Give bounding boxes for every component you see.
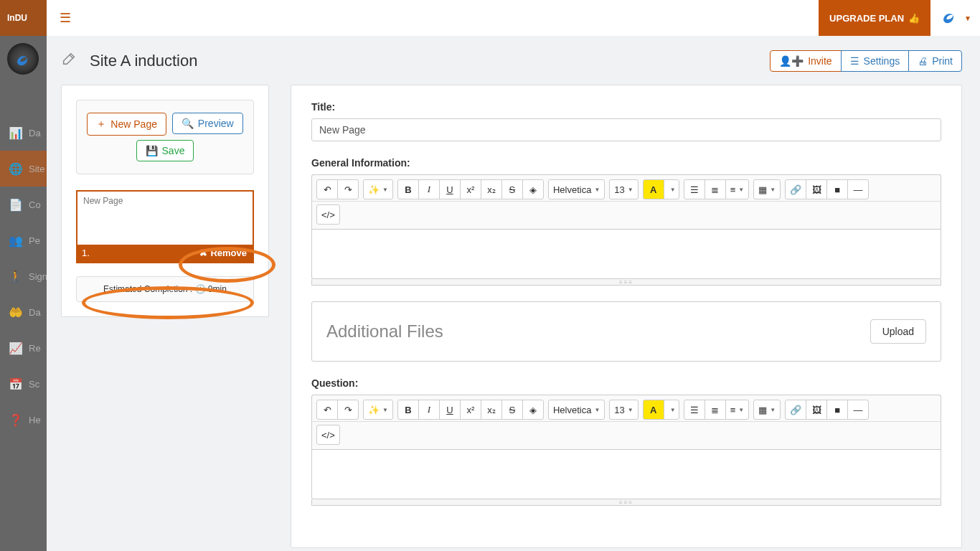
globe-icon: 🌐 — [9, 162, 22, 176]
font-size-select-q[interactable]: 13▼ — [609, 400, 638, 420]
sidebar-item-site[interactable]: 🌐Site — [0, 151, 47, 187]
code-icon: </> — [321, 430, 335, 441]
code-view-button-q[interactable]: </> — [316, 425, 340, 445]
sidebar-item-dashboard[interactable]: 📊Da — [0, 115, 47, 151]
people-icon: 👥 — [9, 234, 22, 248]
page-thumbnail-card[interactable]: New Page 1. ✖ Remove — [76, 190, 254, 263]
unordered-list-button[interactable]: ☰ — [684, 179, 705, 199]
remove-page-button[interactable]: ✖ Remove — [199, 248, 247, 258]
hr-button[interactable]: — — [847, 179, 869, 199]
undo-button-q[interactable]: ↶ — [316, 400, 338, 420]
sidebar-item-help[interactable]: ❓He — [0, 402, 47, 438]
underline-button[interactable]: U — [439, 179, 461, 199]
menu-toggle-icon[interactable]: ☰ — [60, 10, 71, 26]
table-button[interactable]: ▦▼ — [753, 179, 781, 199]
additional-files-block: Additional Files Upload — [311, 301, 941, 362]
editor-resize-grip[interactable]: ≡≡≡ — [311, 279, 941, 286]
sidebar-item-reports[interactable]: 📈Re — [0, 330, 47, 366]
redo-button-q[interactable]: ↷ — [337, 400, 359, 420]
rich-text-toolbar-general: ↶ ↷ ✨▼ B I U x² x₂ S ◈ — [311, 174, 941, 202]
table-icon: ▦ — [758, 405, 767, 415]
thumbs-up-icon: 👍 — [908, 13, 920, 24]
edit-pencil-icon[interactable] — [61, 51, 77, 71]
upload-button[interactable]: Upload — [870, 319, 926, 344]
chevron-down-icon: ▼ — [770, 187, 776, 193]
save-icon: 💾 — [146, 145, 158, 156]
hr-button-q[interactable]: — — [847, 400, 869, 420]
link-button-q[interactable]: 🔗 — [785, 400, 806, 420]
sidebar-item-data[interactable]: 🤲Da — [0, 294, 47, 330]
unordered-list-button-q[interactable]: ☰ — [684, 400, 705, 420]
save-button[interactable]: 💾 Save — [136, 140, 194, 161]
text-color-button-q[interactable]: A — [643, 400, 664, 420]
sidebar-item-people[interactable]: 👥Pe — [0, 222, 47, 258]
subscript-button-q[interactable]: x₂ — [481, 400, 502, 420]
chevron-down-icon: ▼ — [738, 407, 744, 413]
account-chevron-down-icon[interactable]: ▼ — [964, 14, 971, 22]
header-actions: 👤➕ Invite ☰ Settings 🖨 Print — [771, 50, 962, 72]
image-button-q[interactable]: 🖼 — [806, 400, 827, 420]
image-icon: 🖼 — [812, 184, 821, 195]
ordered-list-button-q[interactable]: ≣ — [705, 400, 726, 420]
superscript-button[interactable]: x² — [460, 179, 481, 199]
account-logo-icon[interactable] — [941, 9, 957, 28]
paragraph-align-button[interactable]: ≡▼ — [725, 179, 750, 199]
magic-format-button-q[interactable]: ✨▼ — [363, 400, 393, 420]
font-family-select[interactable]: Helvetica▼ — [548, 179, 605, 199]
title-input[interactable] — [311, 118, 941, 141]
superscript-button-q[interactable]: x² — [460, 400, 481, 420]
bold-button[interactable]: B — [397, 179, 419, 199]
general-info-label: General Information: — [311, 157, 941, 169]
rich-text-toolbar-question: ↶ ↷ ✨▼ B I U x² x₂ S ◈ — [311, 395, 941, 422]
sidebar-item-content[interactable]: 📄Co — [0, 187, 47, 222]
rich-text-toolbar-q-row2: </> — [311, 422, 941, 450]
video-button-q[interactable]: ■ — [826, 400, 848, 420]
est-value: 0min — [208, 284, 227, 294]
table-button-q[interactable]: ▦▼ — [753, 400, 781, 420]
print-button[interactable]: 🖨 Print — [908, 50, 962, 72]
chevron-down-icon: ▼ — [594, 187, 600, 193]
italic-button[interactable]: I — [418, 179, 440, 199]
bold-button-q[interactable]: B — [397, 400, 419, 420]
sidebar-item-schedule[interactable]: 📅Sc — [0, 366, 47, 402]
sidebar-item-sign[interactable]: 🚶Sign — [0, 258, 47, 294]
preview-button[interactable]: 🔍 Preview — [172, 113, 243, 134]
settings-button[interactable]: ☰ Settings — [841, 50, 910, 72]
general-info-editor[interactable] — [311, 230, 941, 279]
image-icon: 🖼 — [812, 405, 821, 415]
image-button[interactable]: 🖼 — [806, 179, 827, 199]
editor-resize-grip-q[interactable]: ≡≡≡ — [311, 499, 941, 506]
new-page-button[interactable]: ＋ New Page — [87, 113, 166, 136]
paragraph-align-button-q[interactable]: ≡▼ — [725, 400, 750, 420]
subscript-button[interactable]: x₂ — [481, 179, 502, 199]
question-editor[interactable] — [311, 450, 941, 499]
text-color-button[interactable]: A — [643, 179, 664, 199]
link-icon: 🔗 — [790, 405, 801, 415]
upgrade-plan-button[interactable]: UPGRADE PLAN 👍 — [819, 0, 930, 36]
magic-format-button[interactable]: ✨▼ — [363, 179, 393, 199]
clear-format-button-q[interactable]: ◈ — [522, 400, 544, 420]
font-family-select-q[interactable]: Helvetica▼ — [548, 400, 605, 420]
strikethrough-button-q[interactable]: S — [501, 400, 523, 420]
walk-icon: 🚶 — [9, 270, 22, 283]
text-color-more-button-q[interactable]: ▼ — [664, 400, 679, 420]
redo-button[interactable]: ↷ — [337, 179, 359, 199]
code-view-button[interactable]: </> — [316, 204, 340, 225]
clear-format-button[interactable]: ◈ — [522, 179, 544, 199]
sliders-icon: ☰ — [850, 55, 859, 67]
chevron-down-icon: ▼ — [770, 407, 776, 413]
doc-icon: 📄 — [9, 198, 22, 212]
page-index: 1. — [82, 248, 90, 258]
invite-button[interactable]: 👤➕ Invite — [770, 50, 841, 72]
wand-icon: ✨ — [368, 405, 380, 415]
ordered-list-button[interactable]: ≣ — [705, 179, 726, 199]
video-button[interactable]: ■ — [826, 179, 848, 199]
strikethrough-button[interactable]: S — [501, 179, 523, 199]
chevron-down-icon: ▼ — [594, 407, 600, 413]
text-color-more-button[interactable]: ▼ — [664, 179, 679, 199]
underline-button-q[interactable]: U — [439, 400, 461, 420]
link-button[interactable]: 🔗 — [785, 179, 806, 199]
italic-button-q[interactable]: I — [418, 400, 440, 420]
undo-button[interactable]: ↶ — [316, 179, 338, 199]
font-size-select[interactable]: 13▼ — [609, 179, 638, 199]
